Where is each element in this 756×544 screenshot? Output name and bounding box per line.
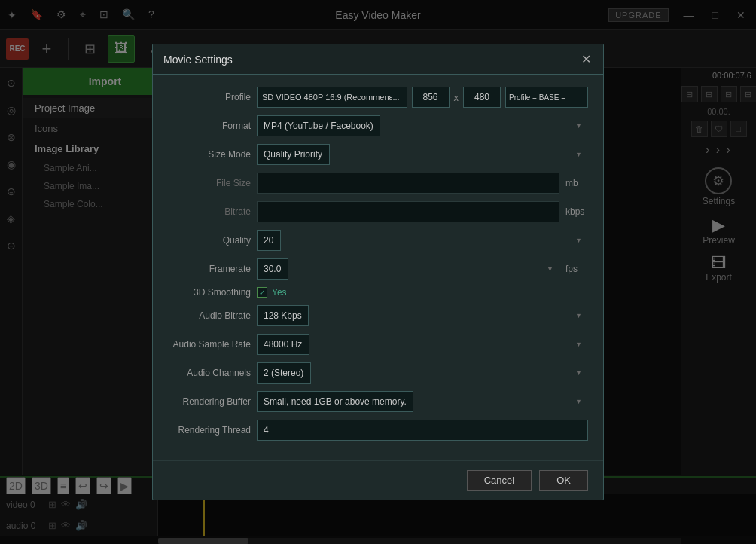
profile-extra-input[interactable]	[505, 87, 588, 108]
render-buffer-row: Rendering Buffer Small, need 1GB or abov…	[168, 391, 588, 412]
dialog-body: Profile x Format MP4 (YouTube / Facebook…	[153, 75, 603, 460]
audio-bitrate-select[interactable]: 128 Kbps	[257, 305, 309, 326]
audio-sample-select-wrapper: 48000 Hz	[257, 334, 588, 355]
audio-channels-select[interactable]: 2 (Stereo)	[257, 362, 311, 384]
smoothing-label: 3D Smoothing	[168, 287, 251, 298]
format-row: Format MP4 (YouTube / Facebook)	[168, 115, 588, 136]
format-select[interactable]: MP4 (YouTube / Facebook)	[257, 115, 380, 136]
cancel-button[interactable]: Cancel	[467, 470, 532, 491]
render-thread-row: Rendering Thread	[168, 420, 588, 441]
render-thread-label: Rendering Thread	[168, 425, 251, 436]
format-select-wrapper: MP4 (YouTube / Facebook)	[257, 115, 588, 136]
size-mode-label: Size Mode	[168, 149, 251, 160]
size-mode-row: Size Mode Quality Priority	[168, 144, 588, 165]
dialog-overlay: Movie Settings ✕ Profile x Format	[0, 0, 756, 544]
framerate-unit: fps	[565, 264, 588, 274]
profile-row: Profile x	[168, 87, 588, 108]
smoothing-value: Yes	[272, 287, 287, 298]
framerate-label: Framerate	[168, 264, 251, 274]
quality-row: Quality 20	[168, 230, 588, 251]
bitrate-unit: kbps	[565, 206, 588, 217]
bitrate-input[interactable]	[257, 201, 559, 222]
quality-select[interactable]: 20	[257, 230, 281, 251]
audio-bitrate-row: Audio Bitrate 128 Kbps	[168, 305, 588, 326]
file-size-row: File Size mb	[168, 173, 588, 194]
audio-sample-label: Audio Sample Rate	[168, 339, 251, 350]
quality-select-wrapper: 20	[257, 230, 588, 251]
dialog-header: Movie Settings ✕	[153, 44, 603, 75]
size-mode-select[interactable]: Quality Priority	[257, 144, 330, 165]
dim-separator: x	[454, 92, 459, 103]
size-mode-select-wrapper: Quality Priority	[257, 144, 588, 165]
dialog-title: Movie Settings	[163, 53, 233, 66]
render-buffer-select[interactable]: Small, need 1GB or above memory.	[257, 391, 413, 412]
audio-sample-rate-row: Audio Sample Rate 48000 Hz	[168, 334, 588, 355]
audio-bitrate-select-wrapper: 128 Kbps	[257, 305, 588, 326]
bitrate-row: Bitrate kbps	[168, 201, 588, 222]
dialog-close-button[interactable]: ✕	[580, 52, 593, 66]
ok-button[interactable]: OK	[539, 470, 588, 491]
render-buffer-label: Rendering Buffer	[168, 396, 251, 407]
movie-settings-dialog: Movie Settings ✕ Profile x Format	[152, 44, 604, 500]
file-size-unit: mb	[565, 178, 588, 188]
quality-label: Quality	[168, 235, 251, 246]
profile-input[interactable]	[257, 87, 407, 108]
profile-label: Profile	[168, 92, 251, 102]
render-buffer-select-wrapper: Small, need 1GB or above memory.	[257, 391, 588, 412]
smoothing-checkbox[interactable]	[257, 287, 267, 298]
smoothing-row: 3D Smoothing Yes	[168, 287, 588, 298]
framerate-select-wrapper: 30.0	[257, 258, 559, 280]
audio-channels-label: Audio Channels	[168, 368, 251, 378]
smoothing-checkbox-row: Yes	[257, 287, 287, 298]
file-size-label: File Size	[168, 178, 251, 188]
audio-sample-select[interactable]: 48000 Hz	[257, 334, 309, 355]
format-label: Format	[168, 121, 251, 131]
width-input[interactable]	[412, 87, 450, 108]
profile-input-row: x	[257, 87, 588, 108]
audio-bitrate-label: Audio Bitrate	[168, 310, 251, 321]
render-thread-input[interactable]	[257, 420, 588, 441]
dialog-footer: Cancel OK	[153, 460, 603, 500]
file-size-input[interactable]	[257, 173, 559, 194]
framerate-row: Framerate 30.0 fps	[168, 258, 588, 280]
bitrate-label: Bitrate	[168, 206, 251, 217]
height-input[interactable]	[463, 87, 501, 108]
audio-channels-select-wrapper: 2 (Stereo)	[257, 362, 588, 384]
framerate-select[interactable]: 30.0	[257, 258, 288, 280]
audio-channels-row: Audio Channels 2 (Stereo)	[168, 362, 588, 384]
